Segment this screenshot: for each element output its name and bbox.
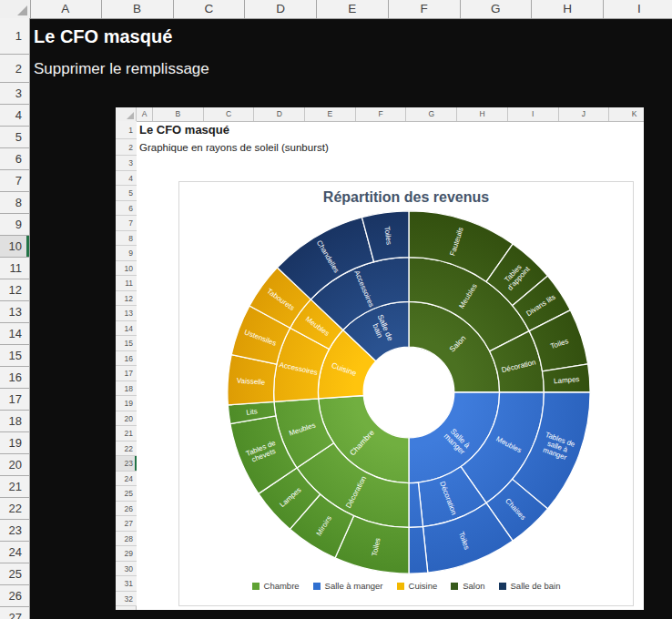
outer-column-header-B[interactable]: B xyxy=(102,0,174,18)
inner-column-header-D: D xyxy=(254,107,305,121)
inner-row-header-14: 14 xyxy=(116,321,137,337)
inner-column-header-G: G xyxy=(407,107,458,121)
inner-row-header-7: 7 xyxy=(116,216,137,231)
inner-column-header-F: F xyxy=(356,107,407,121)
outer-column-header-C[interactable]: C xyxy=(174,0,246,18)
legend-swatch-icon xyxy=(451,583,458,590)
outer-row-header-7[interactable]: 7 xyxy=(0,170,30,192)
outer-row-header-18[interactable]: 18 xyxy=(0,411,30,432)
outer-row-header-20[interactable]: 20 xyxy=(0,454,30,476)
inner-select-all-triangle-icon xyxy=(127,112,134,119)
inner-row-header-29: 29 xyxy=(116,546,137,562)
outer-row-header-9[interactable]: 9 xyxy=(0,214,30,236)
outer-row-header-26[interactable]: 26 xyxy=(0,585,30,607)
outer-row-header-23[interactable]: 23 xyxy=(0,520,30,542)
outer-row-header-5[interactable]: 5 xyxy=(0,127,30,148)
outer-row-header-22[interactable]: 22 xyxy=(0,498,30,520)
sunburst-label: Lits xyxy=(246,407,258,416)
inner-row-header-6: 6 xyxy=(116,201,137,217)
inner-row-header-11: 11 xyxy=(116,276,137,291)
outer-row-header-6[interactable]: 6 xyxy=(0,148,30,170)
inner-row-header-26: 26 xyxy=(116,502,137,517)
sunburst-chart-area: SalonMeublesFauteuilsTablesd'appointDiva… xyxy=(178,181,634,606)
inner-column-header-J: J xyxy=(559,107,610,121)
inner-row-header-32: 32 xyxy=(116,592,137,607)
excel-workbook: { "outer_sheet": { "column_letters": ["A… xyxy=(0,0,672,619)
inner-select-all-corner xyxy=(116,107,137,121)
outer-cell-a1-title: Le CFO masqué xyxy=(34,18,172,55)
inner-column-header-K: K xyxy=(609,107,644,121)
outer-row-header-10[interactable]: 10 xyxy=(0,236,30,258)
outer-row-header-13[interactable]: 13 xyxy=(0,301,30,323)
inner-row-header-27: 27 xyxy=(116,516,137,532)
outer-row-header-19[interactable]: 19 xyxy=(0,432,30,454)
inner-row-header-25: 25 xyxy=(116,486,137,502)
sunburst-svg: SalonMeublesFauteuilsTablesd'appointDiva… xyxy=(179,182,633,605)
legend-label: Salle de bain xyxy=(511,581,561,591)
legend-item-Salon[interactable]: Salon xyxy=(451,581,484,591)
inner-row-headers: 1234567891011121314151617181920212223242… xyxy=(116,121,137,610)
inner-row-header-4: 4 xyxy=(116,171,137,187)
chart-legend: ChambreSalle à mangerCuisineSalonSalle d… xyxy=(179,581,633,591)
inner-selected-row-indicator xyxy=(135,456,137,471)
outer-row-header-1[interactable]: 1 xyxy=(0,18,30,55)
outer-row-header-17[interactable]: 17 xyxy=(0,389,30,411)
outer-row-header-16[interactable]: 16 xyxy=(0,367,30,389)
outer-row-header-12[interactable]: 12 xyxy=(0,279,30,301)
inner-row-header-23: 23 xyxy=(116,456,137,472)
outer-row-header-15[interactable]: 15 xyxy=(0,345,30,367)
selected-row-indicator xyxy=(26,236,29,257)
outer-row-header-2[interactable]: 2 xyxy=(0,55,30,83)
inner-row-header-21: 21 xyxy=(116,426,137,441)
inner-cell-subtitle: Graphique en rayons de soleil (sunburst) xyxy=(139,139,329,156)
outer-row-header-3[interactable]: 3 xyxy=(0,83,30,105)
outer-column-header-E[interactable]: E xyxy=(317,0,389,18)
inner-row-header-17: 17 xyxy=(116,366,137,381)
inner-column-header-I: I xyxy=(508,107,559,121)
inner-row-header-9: 9 xyxy=(116,246,137,261)
outer-column-header-A[interactable]: A xyxy=(30,0,102,18)
inner-column-header-H: H xyxy=(457,107,508,121)
outer-column-header-I[interactable]: I xyxy=(604,0,672,18)
outer-row-header-27[interactable]: 27 xyxy=(0,607,30,619)
legend-item-Salle à manger[interactable]: Salle à manger xyxy=(313,581,383,591)
legend-label: Salle à manger xyxy=(325,581,383,591)
outer-column-header-F[interactable]: F xyxy=(389,0,461,18)
select-all-triangle-icon xyxy=(17,5,27,15)
outer-cell-a2-subtitle: Supprimer le remplissage xyxy=(34,55,209,83)
inner-row-header-30: 30 xyxy=(116,562,137,577)
inner-row-header-31: 31 xyxy=(116,576,137,592)
inner-column-header-B: B xyxy=(153,107,204,121)
outer-row-header-14[interactable]: 14 xyxy=(0,323,30,345)
inner-row-header-12: 12 xyxy=(116,291,137,307)
outer-row-header-21[interactable]: 21 xyxy=(0,476,30,498)
legend-item-Salle de bain[interactable]: Salle de bain xyxy=(499,581,561,591)
inner-row-header-18: 18 xyxy=(116,381,137,397)
inner-column-header-E: E xyxy=(305,107,356,121)
inner-column-header-A: A xyxy=(137,107,153,121)
outer-row-header-8[interactable]: 8 xyxy=(0,192,30,214)
inner-row-header-28: 28 xyxy=(116,532,137,547)
legend-label: Salon xyxy=(463,581,484,591)
inner-row-header-16: 16 xyxy=(116,351,137,367)
outer-column-header-D[interactable]: D xyxy=(245,0,317,18)
inner-row-header-3: 3 xyxy=(116,156,137,171)
outer-column-header-G[interactable]: G xyxy=(461,0,533,18)
outer-column-header-H[interactable]: H xyxy=(532,0,604,18)
inner-column-header-C: C xyxy=(204,107,255,121)
outer-row-header-11[interactable]: 11 xyxy=(0,258,30,279)
embedded-screenshot-image[interactable]: ABCDEFGHIJK 1234567891011121314151617181… xyxy=(116,107,644,610)
inner-row-header-1: 1 xyxy=(116,121,137,139)
outer-row-headers: 1234567891011121314151617181920212223242… xyxy=(0,18,30,619)
outer-column-header-row: ABCDEFGHI xyxy=(0,0,672,19)
legend-item-Cuisine[interactable]: Cuisine xyxy=(397,581,438,591)
select-all-corner[interactable] xyxy=(0,0,31,18)
inner-row-header-8: 8 xyxy=(116,231,137,247)
outer-row-header-24[interactable]: 24 xyxy=(0,542,30,563)
outer-row-header-4[interactable]: 4 xyxy=(0,105,30,127)
inner-row-header-24: 24 xyxy=(116,472,137,487)
inner-column-header-row: ABCDEFGHIJK xyxy=(116,107,644,122)
legend-item-Chambre[interactable]: Chambre xyxy=(252,581,300,591)
inner-cell-title: Le CFO masqué xyxy=(139,121,229,139)
outer-row-header-25[interactable]: 25 xyxy=(0,563,30,585)
